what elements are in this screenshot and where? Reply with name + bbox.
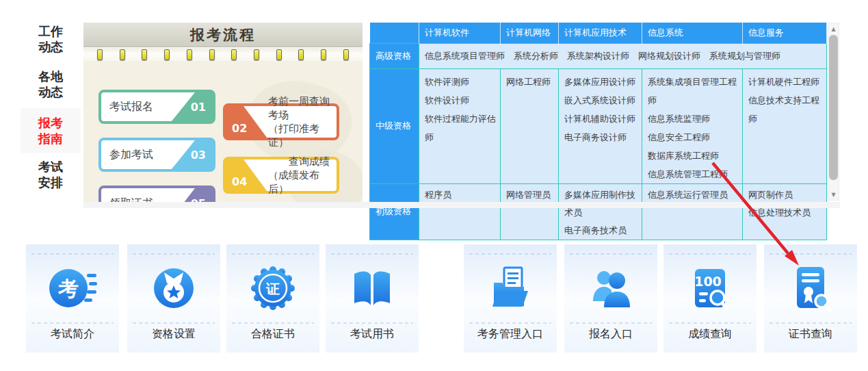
card-certificate-inquiry[interactable]: 证书查询 bbox=[764, 244, 857, 353]
sidebar-item-registration-guide[interactable]: 报考指南 bbox=[21, 108, 81, 153]
card-passing-certificate[interactable]: 证 合格证书 bbox=[226, 244, 319, 353]
card-label: 成绩查询 bbox=[663, 327, 757, 342]
step-card-check-exam-room: 考前一周查询考场（打印准考证） 02 bbox=[223, 103, 339, 140]
card-signup-entrance[interactable]: 报名入口 bbox=[564, 244, 657, 353]
binder-ring-icon bbox=[254, 49, 259, 60]
step-number: 03 bbox=[170, 140, 213, 169]
binder-ring-icon bbox=[120, 49, 125, 60]
binder-ring-icon bbox=[298, 49, 304, 60]
binder-ring-icon bbox=[97, 49, 103, 60]
level-label-senior: 高级资格 bbox=[370, 43, 419, 68]
card-label: 合格证书 bbox=[226, 327, 319, 342]
card-label: 考试用书 bbox=[326, 327, 419, 342]
scroll-down-icon[interactable]: ▼ bbox=[828, 189, 839, 200]
binder-ring-icon bbox=[209, 49, 215, 60]
certificate-seal-icon: 证 bbox=[226, 262, 319, 314]
step-card-take-exam: 参加考试 03 bbox=[98, 138, 215, 172]
sidebar-item-local-news[interactable]: 各地动态 bbox=[21, 68, 81, 100]
panel-title: 报考流程 bbox=[83, 23, 363, 47]
table-scrollbar[interactable]: ▲ ▼ bbox=[828, 23, 839, 201]
step-number: 04 bbox=[226, 159, 268, 191]
table-cell: 网络管理员 bbox=[501, 183, 559, 240]
level-label-intermediate: 中级资格 bbox=[370, 68, 419, 183]
exam-intro-icon: 考 bbox=[26, 262, 119, 314]
table-cell: 软件评测师 软件设计师 软件过程能力评估师 bbox=[419, 68, 501, 183]
open-book-icon bbox=[326, 262, 419, 314]
binder-rings bbox=[83, 48, 363, 61]
header-information-system: 信息系统 bbox=[642, 23, 743, 43]
certificate-search-icon bbox=[764, 262, 857, 314]
binder-ring-icon bbox=[231, 49, 237, 60]
card-exam-books[interactable]: 考试用书 bbox=[326, 244, 419, 353]
table-cell: 多媒体应用制作技术员 电子商务技术员 bbox=[559, 183, 642, 240]
level-label-junior: 初级资格 bbox=[370, 183, 419, 240]
svg-text:考: 考 bbox=[57, 277, 79, 300]
header-information-service: 信息服务 bbox=[743, 23, 827, 43]
table-row-junior: 初级资格 程序员 网络管理员 多媒体应用制作技术员 电子商务技术员 信息系统运行… bbox=[370, 183, 827, 240]
card-label: 证书查询 bbox=[764, 327, 857, 342]
binder-ring-icon bbox=[164, 49, 170, 60]
scroll-up-icon[interactable]: ▲ bbox=[828, 23, 839, 34]
binder-ring-icon bbox=[142, 49, 147, 60]
card-label: 考务管理入口 bbox=[464, 327, 557, 342]
table-cell: 系统集成项目管理工程师 信息系统监理师 信息安全工程师 数据库系统工程师 信息系… bbox=[642, 68, 743, 183]
sidebar-item-work-news[interactable]: 工作动态 bbox=[21, 23, 81, 55]
table-header-row: 计算机软件 计算机网络 计算机应用技术 信息系统 信息服务 bbox=[370, 23, 827, 43]
binder-ring-icon bbox=[276, 49, 282, 60]
header-corner-cell bbox=[370, 23, 419, 43]
card-qualification-settings[interactable]: 资格设置 bbox=[127, 244, 220, 353]
binder-ring-icon bbox=[187, 49, 192, 60]
table-cell: 网页制作员 信息处理技术员 bbox=[743, 183, 827, 240]
header-computer-network: 计算机网络 bbox=[501, 23, 559, 43]
table-row-intermediate: 中级资格 软件评测师 软件设计师 软件过程能力评估师 网络工程师 多媒体应用设计… bbox=[370, 68, 827, 183]
card-label: 考试简介 bbox=[26, 327, 119, 342]
step-number: 05 bbox=[170, 188, 213, 202]
card-exam-introduction[interactable]: 考 考试简介 bbox=[26, 244, 119, 353]
svg-text:100: 100 bbox=[694, 274, 722, 289]
users-icon bbox=[564, 262, 657, 314]
step-card-collect-certificate: 领取证书 05 bbox=[98, 186, 215, 202]
table-cell: 网络工程师 bbox=[501, 68, 559, 183]
binder-ring-icon bbox=[321, 49, 326, 60]
step-number: 02 bbox=[226, 106, 268, 138]
binder-ring-icon bbox=[343, 49, 349, 60]
card-label: 资格设置 bbox=[127, 327, 220, 342]
sidebar-item-exam-schedule[interactable]: 考试安排 bbox=[21, 159, 81, 190]
panel-bottom-strip bbox=[83, 202, 840, 208]
card-exam-admin-entrance[interactable]: 考务管理入口 bbox=[464, 244, 557, 353]
table-cell: 程序员 bbox=[419, 183, 501, 240]
table-cell: 多媒体应用设计师 嵌入式系统设计师 计算机辅助设计师 电子商务设计师 bbox=[559, 68, 642, 183]
svg-text:证: 证 bbox=[265, 281, 280, 297]
step-card-exam-registration: 考试报名 01 bbox=[98, 90, 215, 124]
score-search-icon: 100 bbox=[663, 262, 757, 314]
folder-document-icon bbox=[464, 262, 557, 314]
table-row-senior: 高级资格 信息系统项目管理师系统分析师系统架构设计师网络规划设计师系统规划与管理… bbox=[370, 43, 827, 68]
step-card-check-scores: 查询成绩（成绩发布后） 04 bbox=[223, 157, 339, 194]
panel-body: 考试报名 01 考前一周查询考场（打印准考证） 02 参加考试 03 查询成绩（… bbox=[83, 61, 363, 202]
header-computer-software: 计算机软件 bbox=[419, 23, 501, 43]
senior-qualifications-cell: 信息系统项目管理师系统分析师系统架构设计师网络规划设计师系统规划与管理师 bbox=[419, 43, 827, 68]
scrollbar-thumb[interactable] bbox=[829, 35, 838, 180]
qualification-medal-icon bbox=[127, 262, 220, 314]
table-cell: 信息系统运行管理员 bbox=[642, 183, 743, 240]
page: 工作动态 各地动态 报考指南 考试安排 报考流程 考试报名 01 考前一周查询考… bbox=[0, 0, 868, 371]
card-score-inquiry[interactable]: 100 成绩查询 bbox=[663, 244, 757, 353]
step-number: 01 bbox=[170, 92, 213, 121]
table-cell: 计算机硬件工程师 信息技术支持工程师 bbox=[743, 68, 827, 183]
header-computer-applied-tech: 计算机应用技术 bbox=[559, 23, 642, 43]
registration-process-panel: 报考流程 考试报名 01 考前一周查询考场（打印准考证） 02 参加考试 03 … bbox=[83, 23, 363, 202]
card-label: 报名入口 bbox=[564, 327, 657, 342]
